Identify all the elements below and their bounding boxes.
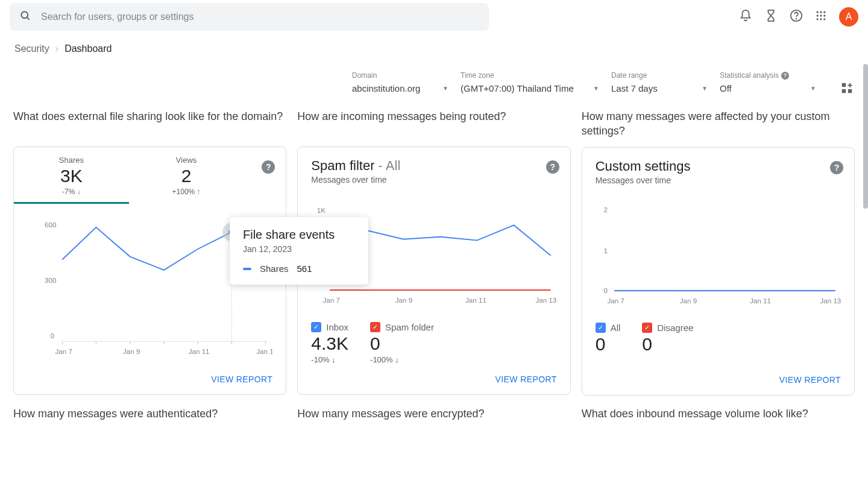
- chevron-down-icon: ▼: [442, 85, 448, 92]
- view-report-button[interactable]: VIEW REPORT: [211, 374, 272, 384]
- chevron-down-icon: ▼: [593, 85, 599, 92]
- view-report-button[interactable]: VIEW REPORT: [779, 375, 841, 385]
- svg-text:0: 0: [603, 286, 608, 294]
- card-question: What does external file sharing look lik…: [13, 109, 286, 138]
- filter-label: Time zone: [461, 71, 599, 80]
- search-box[interactable]: [10, 3, 489, 31]
- filter-statistical[interactable]: Statistical analysis ? Off▼: [720, 71, 816, 97]
- svg-text:Jan 9: Jan 9: [679, 297, 696, 305]
- card-subtitle: Messages over time: [596, 175, 841, 185]
- filter-value: (GMT+07:00) Thailand Time: [461, 83, 574, 93]
- legend-swatch-icon: [243, 268, 251, 270]
- card-question: How are incoming messages being routed?: [297, 109, 570, 138]
- tab-shares[interactable]: Shares 3K -7% ↓: [14, 147, 129, 204]
- svg-point-3: [796, 19, 797, 19]
- help-icon[interactable]: [790, 9, 803, 25]
- tab-change: +100% ↑: [134, 188, 239, 196]
- card-title: Custom settings: [596, 159, 841, 174]
- tab-label: Shares: [19, 156, 124, 165]
- view-report-button[interactable]: VIEW REPORT: [495, 374, 557, 384]
- stat-change: -10% ↓: [311, 355, 348, 364]
- tooltip-legend: Shares: [260, 264, 289, 274]
- chevron-down-icon: ▼: [702, 85, 708, 92]
- custom-settings-card: ? Custom settings Messages over time 2 1…: [582, 147, 855, 396]
- tooltip-value: 561: [297, 264, 312, 274]
- tab-label: Views: [134, 156, 239, 165]
- svg-text:Jan 9: Jan 9: [123, 347, 140, 355]
- scrollbar[interactable]: [863, 64, 868, 209]
- tab-change: -7% ↓: [19, 188, 124, 196]
- svg-text:300: 300: [45, 276, 57, 284]
- stat-value: 0: [642, 334, 693, 355]
- filter-value: Off: [720, 83, 732, 93]
- svg-point-12: [823, 18, 825, 20]
- svg-point-5: [820, 11, 822, 13]
- help-icon[interactable]: ?: [546, 160, 559, 174]
- card-title: Spam filter - All: [311, 158, 556, 174]
- tab-value: 3K: [19, 166, 124, 186]
- filter-value: Last 7 days: [611, 83, 658, 93]
- svg-text:Jan 13: Jan 13: [256, 347, 272, 355]
- checkbox-icon[interactable]: ✓: [642, 323, 652, 333]
- svg-line-1: [27, 17, 30, 20]
- checkbox-icon[interactable]: ✓: [596, 323, 606, 333]
- svg-point-4: [817, 11, 819, 13]
- stat-value: 0: [370, 333, 434, 354]
- tab-views[interactable]: Views 2 +100% ↑: [129, 147, 244, 204]
- legend-label: Inbox: [326, 322, 348, 332]
- svg-text:Jan 13: Jan 13: [536, 296, 557, 304]
- card-question: How many messages were authenticated?: [13, 406, 286, 435]
- checkbox-icon[interactable]: ✓: [311, 322, 321, 332]
- custom-settings-chart: 2 1 0 Jan 7 Jan 9 Jan 11 Jan 13: [582, 189, 854, 314]
- checkbox-icon[interactable]: ✓: [370, 322, 380, 332]
- hourglass-icon[interactable]: [764, 9, 778, 25]
- breadcrumb-dashboard: Dashboard: [64, 43, 112, 54]
- svg-text:Jan 7: Jan 7: [607, 297, 624, 305]
- svg-point-0: [21, 11, 28, 18]
- breadcrumb: Security › Dashboard: [0, 34, 868, 64]
- tooltip-title: File share events: [243, 228, 355, 242]
- chevron-down-icon: ▼: [810, 85, 816, 92]
- legend-label: Disagree: [657, 323, 693, 333]
- add-widget-icon[interactable]: [840, 81, 854, 97]
- search-icon: [19, 10, 31, 24]
- filter-daterange[interactable]: Date range Last 7 days▼: [611, 71, 708, 97]
- svg-text:600: 600: [45, 221, 57, 229]
- svg-text:Jan 7: Jan 7: [323, 296, 340, 304]
- svg-text:Jan 11: Jan 11: [189, 347, 210, 355]
- filter-value: abcinstitution.org: [352, 83, 420, 93]
- svg-text:1: 1: [603, 247, 607, 254]
- svg-text:2: 2: [603, 206, 607, 213]
- notifications-icon[interactable]: [739, 9, 752, 25]
- apps-icon[interactable]: [815, 10, 827, 24]
- svg-point-9: [823, 14, 825, 16]
- filter-domain[interactable]: Domain abcinstitution.org▼: [352, 71, 448, 97]
- svg-point-8: [820, 14, 822, 16]
- help-icon[interactable]: ?: [781, 72, 789, 80]
- card-question: How many messages were encrypted?: [297, 406, 570, 435]
- card-question: How many messages were affected by your …: [582, 109, 855, 139]
- svg-text:Jan 9: Jan 9: [395, 296, 412, 304]
- avatar[interactable]: A: [839, 7, 858, 27]
- chevron-right-icon: ›: [55, 43, 58, 54]
- card-subtitle: Messages over time: [311, 175, 556, 185]
- help-icon[interactable]: ?: [830, 161, 843, 174]
- stat-value: 0: [596, 334, 621, 355]
- search-input[interactable]: [41, 11, 479, 22]
- svg-point-6: [823, 11, 825, 13]
- stat-change: -100% ↓: [370, 355, 434, 364]
- legend-label: All: [611, 323, 621, 333]
- svg-point-7: [817, 14, 819, 16]
- filter-label: Statistical analysis ?: [720, 71, 816, 80]
- svg-text:Jan 13: Jan 13: [820, 297, 841, 305]
- filter-label: Domain: [352, 71, 448, 80]
- svg-point-11: [820, 18, 822, 20]
- file-sharing-card: ? Shares 3K -7% ↓ Views 2 +100% ↑ 600 30…: [13, 147, 286, 395]
- svg-text:Jan 11: Jan 11: [465, 296, 486, 304]
- svg-text:1K: 1K: [317, 206, 326, 214]
- filter-label: Date range: [611, 71, 708, 80]
- file-sharing-chart: 600 300 0 Jan 7 Jan 9 Jan 11 Jan 13: [14, 204, 286, 364]
- filter-timezone[interactable]: Time zone (GMT+07:00) Thailand Time▼: [461, 71, 599, 97]
- svg-rect-15: [848, 89, 852, 93]
- breadcrumb-security[interactable]: Security: [14, 43, 49, 54]
